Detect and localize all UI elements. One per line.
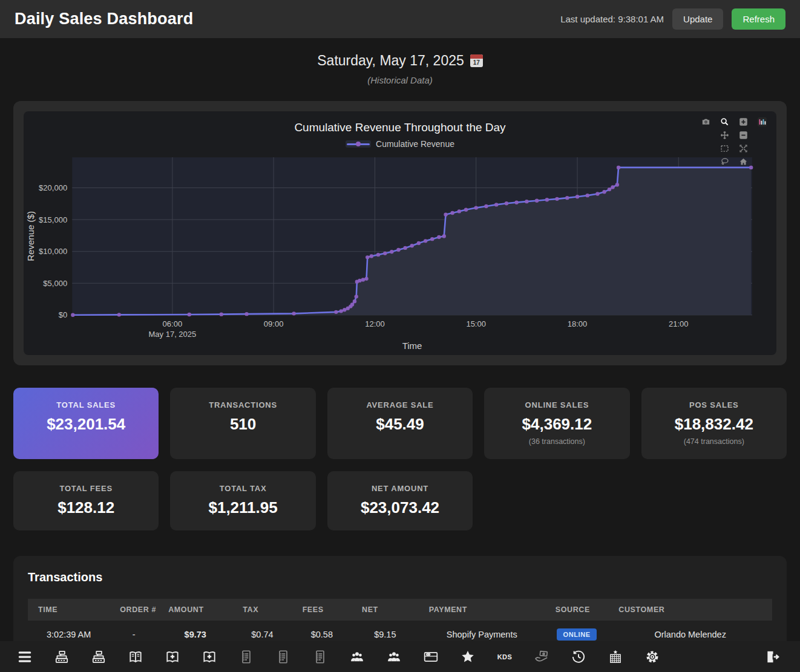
stat-label: TOTAL SALES	[18, 400, 154, 409]
box-select-icon[interactable]	[718, 143, 732, 154]
plotly-modebar	[697, 116, 772, 169]
history-icon[interactable]	[566, 646, 591, 668]
receipt-3-icon[interactable]	[307, 646, 333, 668]
col-customer: CUSTOMER	[608, 599, 772, 621]
svg-text:$10,000: $10,000	[39, 247, 67, 256]
camera-icon[interactable]	[700, 116, 713, 127]
legend-label: Cumulative Revenue	[376, 139, 454, 149]
transactions-heading: Transactions	[28, 570, 772, 584]
home-icon[interactable]	[737, 156, 750, 167]
svg-text:06:00: 06:00	[163, 319, 183, 328]
revenue-chart-card: Cumulative Revenue Throughout the Day Cu…	[13, 101, 787, 365]
historical-data-label: (Historical Data)	[0, 75, 800, 85]
col-amount: AMOUNT	[158, 599, 232, 621]
stat-value: $1,211.95	[175, 498, 310, 517]
col-fees: FEES	[292, 599, 352, 621]
date-text: Saturday, May 17, 2025	[317, 53, 464, 69]
stat-card-transactions: TRANSACTIONS510	[170, 388, 315, 459]
receipt-2-icon[interactable]	[270, 646, 296, 668]
table-header-row: TIME ORDER # AMOUNT TAX FEES NET PAYMENT…	[28, 599, 772, 621]
svg-text:$5,000: $5,000	[43, 279, 67, 288]
svg-text:$15,000: $15,000	[39, 215, 67, 224]
calendar-icon: 17	[470, 54, 483, 67]
receipt-icon[interactable]	[234, 646, 259, 668]
transactions-section: Transactions TIME ORDER # AMOUNT TAX FEE…	[13, 556, 787, 649]
legend-line-marker-swatch	[346, 140, 371, 148]
customers-icon[interactable]	[344, 646, 370, 668]
stat-card-total-tax: TOTAL TAX$1,211.95	[170, 471, 315, 530]
stat-label: ONLINE SALES	[489, 400, 625, 409]
col-source: SOURCE	[545, 599, 609, 621]
last-updated-text: Last updated: 9:38:01 AM	[560, 14, 664, 24]
refresh-button[interactable]: Refresh	[732, 8, 785, 30]
stat-label: POS SALES	[646, 400, 782, 409]
source-badge: ONLINE	[557, 628, 596, 641]
date-heading: Saturday, May 17, 2025 17	[317, 53, 483, 69]
svg-text:$0: $0	[59, 310, 67, 319]
stat-card-total-fees: TOTAL FEES$128.12	[13, 471, 159, 530]
page-title: Daily Sales Dashboard	[15, 10, 193, 28]
lasso-icon[interactable]	[718, 156, 732, 167]
svg-text:21:00: 21:00	[669, 319, 689, 328]
menu-icon[interactable]	[12, 646, 38, 668]
col-time: TIME	[28, 599, 110, 621]
zoom-in-icon[interactable]	[737, 116, 750, 127]
book-add-2-icon[interactable]	[197, 646, 222, 668]
update-button[interactable]: Update	[672, 8, 723, 30]
col-tax: TAX	[232, 599, 292, 621]
kds-button[interactable]: KDS	[492, 646, 517, 668]
stat-value: 510	[175, 415, 310, 434]
zoom-icon[interactable]	[718, 116, 732, 127]
app-header: Daily Sales Dashboard Last updated: 9:38…	[0, 0, 800, 38]
stat-value: $23,201.54	[18, 415, 154, 434]
col-payment: PAYMENT	[419, 599, 545, 621]
star-icon[interactable]	[455, 646, 480, 668]
cash-register-icon[interactable]	[49, 646, 74, 668]
book-add-icon[interactable]	[160, 646, 185, 668]
stat-value: $18,832.42	[646, 415, 782, 434]
settings-gear-icon[interactable]	[640, 646, 665, 668]
stat-label: TRANSACTIONS	[175, 400, 310, 409]
stat-value: $4,369.12	[489, 415, 625, 434]
tips-icon[interactable]	[529, 646, 554, 668]
zoom-out-icon[interactable]	[737, 129, 750, 140]
stat-card-pos-sales: POS SALES$18,832.42(474 transactions)	[641, 388, 787, 459]
stat-value: $23,073.42	[332, 498, 468, 517]
svg-text:Revenue ($): Revenue ($)	[25, 211, 36, 261]
svg-text:12:00: 12:00	[365, 319, 385, 328]
autoscale-icon[interactable]	[737, 143, 750, 154]
stat-card-average-sale: AVERAGE SALE$45.49	[327, 388, 473, 459]
stat-subtext: (474 transactions)	[646, 437, 782, 446]
stat-label: TOTAL FEES	[18, 484, 154, 493]
stat-card-online-sales: ONLINE SALES$4,369.12(36 transactions)	[484, 388, 629, 459]
customers-2-icon[interactable]	[381, 646, 407, 668]
stat-card-net-amount: NET AMOUNT$23,073.42	[327, 471, 473, 530]
building-icon[interactable]	[603, 646, 628, 668]
cumulative-revenue-chart[interactable]: $0$5,000$10,000$15,000$20,00006:0009:001…	[24, 152, 776, 353]
chart-paper: Cumulative Revenue Throughout the Day Cu…	[24, 111, 776, 355]
logout-icon[interactable]	[760, 646, 785, 668]
svg-text:15:00: 15:00	[466, 319, 486, 328]
bottom-toolbar: KDS	[0, 641, 800, 672]
pan-icon[interactable]	[718, 129, 732, 140]
svg-text:18:00: 18:00	[568, 319, 588, 328]
stat-label: AVERAGE SALE	[332, 400, 468, 409]
chart-title: Cumulative Revenue Throughout the Day	[24, 121, 776, 134]
stat-card-total-sales: TOTAL SALES$23,201.54	[13, 388, 159, 459]
stat-value: $45.49	[332, 415, 468, 434]
stat-value: $128.12	[18, 498, 154, 517]
stat-label: NET AMOUNT	[332, 484, 468, 493]
svg-text:Time: Time	[402, 341, 422, 351]
header-actions: Last updated: 9:38:01 AM Update Refresh	[560, 8, 785, 30]
stats-row-secondary: TOTAL FEES$128.12TOTAL TAX$1,211.95NET A…	[13, 471, 787, 530]
stat-label: TOTAL TAX	[175, 484, 310, 493]
date-section: Saturday, May 17, 2025 17 (Historical Da…	[0, 38, 800, 85]
svg-text:May 17, 2025: May 17, 2025	[148, 330, 196, 339]
cash-register-2-icon[interactable]	[86, 646, 111, 668]
gift-card-icon[interactable]	[418, 646, 444, 668]
plotly-logo-icon[interactable]	[756, 116, 769, 127]
col-order: ORDER #	[110, 599, 158, 621]
chart-legend-item[interactable]: Cumulative Revenue	[24, 139, 776, 149]
open-book-icon[interactable]	[123, 646, 148, 668]
stat-subtext: (36 transactions)	[489, 437, 625, 446]
